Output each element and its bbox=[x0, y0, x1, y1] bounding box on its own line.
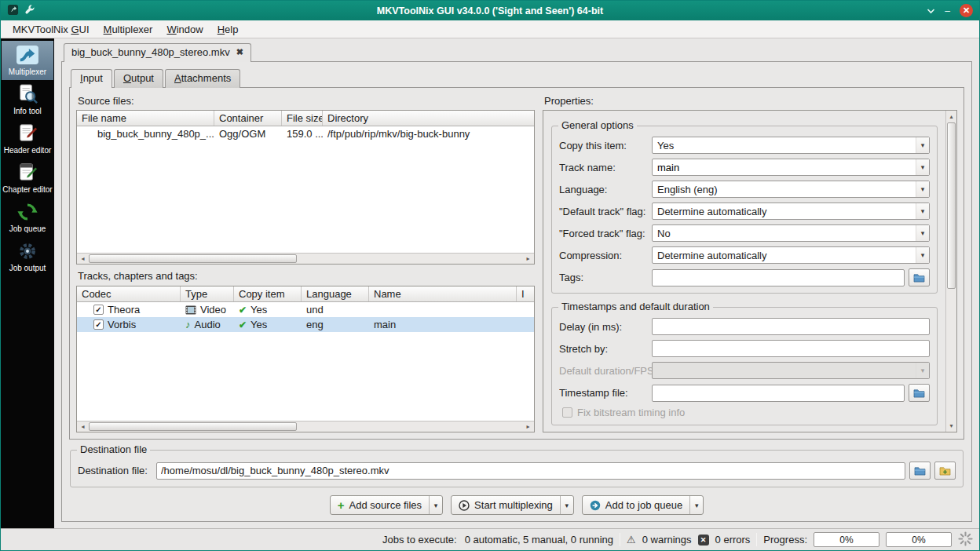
folder-icon bbox=[913, 273, 925, 283]
add-source-files-button[interactable]: + Add source files ▾ bbox=[330, 495, 443, 515]
compression-select[interactable]: Determine automatically ▾ bbox=[652, 246, 930, 264]
selected-value: Determine automatically bbox=[657, 206, 916, 217]
circular-arrows-icon bbox=[15, 201, 40, 223]
add-source-files-menu-button[interactable]: ▾ bbox=[429, 496, 442, 514]
column-header-id[interactable]: I bbox=[517, 286, 534, 301]
scroll-left-button[interactable]: ◂ bbox=[77, 254, 89, 264]
fix-bitstream-label: Fix bitstream timing info bbox=[577, 407, 685, 418]
scrollbar-track[interactable] bbox=[89, 254, 522, 264]
document-tab-label: big_buck_bunny_480p_stereo.mkv bbox=[71, 46, 230, 58]
chevron-down-icon[interactable]: ▾ bbox=[916, 247, 929, 263]
tab-output[interactable]: Output bbox=[114, 69, 163, 88]
source-file-row[interactable]: big_buck_bunny_480p_... Ogg/OGM 159.0 ..… bbox=[77, 126, 534, 141]
error-x-icon: ✕ bbox=[700, 536, 707, 544]
menu-window[interactable]: Window bbox=[159, 22, 210, 37]
destination-subdirectory-button[interactable] bbox=[934, 462, 956, 480]
column-header-type[interactable]: Type bbox=[181, 286, 234, 301]
scrollbar-thumb[interactable] bbox=[89, 422, 297, 431]
window-title: MKVToolNix GUI v34.0.0 ('Sight and Seen'… bbox=[117, 5, 863, 16]
column-header-file-size[interactable]: File size bbox=[282, 111, 323, 126]
column-header-language[interactable]: Language bbox=[302, 286, 369, 301]
jobs-to-execute-label: Jobs to execute: bbox=[382, 534, 457, 546]
tags-input[interactable] bbox=[652, 269, 905, 286]
column-header-file-name[interactable]: File name bbox=[77, 111, 214, 126]
close-icon: ✕ bbox=[963, 5, 970, 16]
chevron-down-icon[interactable]: ▾ bbox=[916, 137, 929, 153]
timestamp-file-browse-button[interactable] bbox=[909, 384, 930, 402]
stretch-by-input[interactable] bbox=[652, 340, 930, 357]
errors-count: 0 errors bbox=[715, 534, 751, 546]
minimize-button[interactable]: – bbox=[945, 6, 950, 16]
sidebar-item-multiplexer[interactable]: Multiplexer bbox=[2, 41, 53, 80]
menu-multiplexer[interactable]: Multiplexer bbox=[97, 22, 160, 37]
tab-attachments[interactable]: Attachments bbox=[165, 69, 240, 88]
column-header-name[interactable]: Name bbox=[369, 286, 517, 301]
start-multiplexing-menu-button[interactable]: ▾ bbox=[560, 496, 573, 514]
chevron-down-icon[interactable]: ▾ bbox=[916, 159, 929, 175]
shade-button[interactable] bbox=[927, 6, 935, 16]
copy-this-item-select[interactable]: Yes ▾ bbox=[652, 137, 930, 154]
chevron-down-icon[interactable]: ▾ bbox=[916, 203, 929, 219]
scrollbar-thumb[interactable] bbox=[947, 122, 956, 289]
forced-track-flag-select[interactable]: No ▾ bbox=[652, 224, 930, 242]
type-cell: Video bbox=[181, 304, 234, 316]
default-track-flag-select[interactable]: Determine automatically ▾ bbox=[652, 203, 930, 220]
track-checkbox[interactable]: ✓ bbox=[93, 305, 104, 315]
sidebar-item-header-editor[interactable]: Header editor bbox=[2, 119, 53, 159]
destination-browse-button[interactable] bbox=[909, 462, 931, 480]
scrollbar-track[interactable] bbox=[89, 421, 522, 432]
track-name-input[interactable]: ▾ bbox=[652, 159, 930, 176]
tracks-hscrollbar[interactable]: ◂ ▸ bbox=[77, 421, 534, 432]
add-to-job-queue-button[interactable]: Add to job queue ▾ bbox=[582, 495, 704, 515]
progress-bar-total: 0% bbox=[886, 532, 952, 547]
sidebar-item-chapter-editor[interactable]: Chapter editor bbox=[2, 159, 53, 198]
start-multiplexing-button[interactable]: Start multiplexing ▾ bbox=[451, 495, 574, 515]
progress-label: Progress: bbox=[763, 534, 807, 546]
track-row-theora[interactable]: ✓ Theora Video ✔ Yes bbox=[77, 302, 534, 317]
label-mnemonic: M bbox=[104, 24, 112, 35]
fix-bitstream-row: Fix bitstream timing info bbox=[562, 407, 930, 418]
document-tab-big-buck-bunny[interactable]: big_buck_bunny_480p_stereo.mkv ✖ bbox=[64, 43, 251, 62]
add-to-job-queue-menu-button[interactable]: ▾ bbox=[689, 496, 703, 514]
track-name-text-field[interactable] bbox=[657, 160, 916, 174]
app-icon bbox=[7, 4, 19, 18]
column-header-directory[interactable]: Directory bbox=[323, 111, 534, 126]
language-cell: eng bbox=[302, 319, 369, 330]
scroll-right-button[interactable]: ▸ bbox=[522, 254, 534, 264]
menu-mkvtoolnix-gui[interactable]: MKVToolNix GUI bbox=[5, 22, 97, 37]
properties-vscrollbar[interactable]: ▴ ▾ bbox=[945, 111, 956, 432]
source-files-hscrollbar[interactable]: ◂ ▸ bbox=[77, 253, 534, 264]
tags-browse-button[interactable] bbox=[909, 268, 930, 286]
timestamp-file-input[interactable] bbox=[652, 385, 905, 402]
copy-text: Yes bbox=[250, 304, 267, 316]
column-header-copy-item[interactable]: Copy item bbox=[234, 286, 302, 301]
copy-text: Yes bbox=[250, 319, 267, 330]
chevron-down-icon[interactable]: ▾ bbox=[916, 225, 929, 241]
scroll-up-button[interactable]: ▴ bbox=[946, 111, 956, 122]
scroll-down-button[interactable]: ▾ bbox=[946, 420, 956, 432]
tab-close-icon[interactable]: ✖ bbox=[236, 47, 243, 57]
chevron-down-icon[interactable]: ▾ bbox=[916, 181, 929, 197]
container-cell: Ogg/OGM bbox=[214, 128, 282, 140]
progress-value: 0% bbox=[912, 535, 925, 546]
scrollbar-track[interactable] bbox=[946, 122, 956, 420]
delay-input[interactable] bbox=[652, 318, 930, 335]
column-header-codec[interactable]: Codec bbox=[77, 286, 181, 301]
button-label: Add source files bbox=[349, 499, 422, 511]
sidebar-item-info-tool[interactable]: Info tool bbox=[2, 80, 53, 119]
folder-icon bbox=[914, 466, 926, 476]
scroll-right-button[interactable]: ▸ bbox=[522, 421, 534, 432]
close-button[interactable]: ✕ bbox=[960, 4, 973, 17]
track-row-vorbis[interactable]: ✓ Vorbis ♪ Audio ✔ Yes bbox=[77, 317, 534, 332]
sidebar-item-job-queue[interactable]: Job queue bbox=[2, 198, 53, 237]
destination-file-input[interactable] bbox=[156, 462, 905, 480]
column-header-container[interactable]: Container bbox=[214, 111, 282, 126]
language-select[interactable]: English (eng) ▾ bbox=[652, 181, 930, 198]
tab-input[interactable]: Input bbox=[71, 69, 112, 88]
track-checkbox[interactable]: ✓ bbox=[93, 319, 104, 330]
menu-help[interactable]: Help bbox=[210, 22, 246, 37]
sidebar-item-job-output[interactable]: Job output bbox=[2, 237, 53, 276]
document-frame: Input Output Attachments Source files: F… bbox=[61, 61, 972, 522]
scrollbar-thumb[interactable] bbox=[89, 254, 297, 263]
scroll-left-button[interactable]: ◂ bbox=[77, 421, 89, 432]
